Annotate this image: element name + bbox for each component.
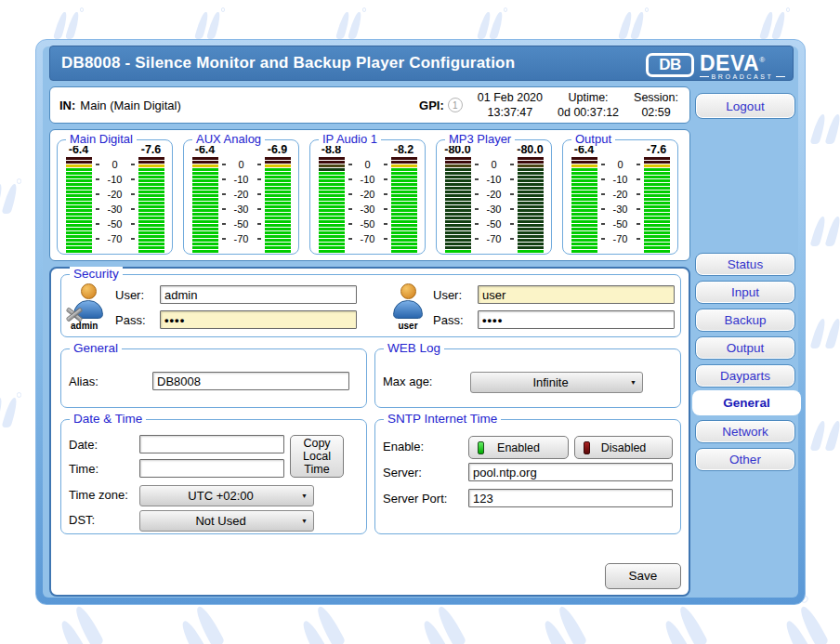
scale-label: -50 bbox=[605, 218, 637, 230]
general-legend: General bbox=[70, 341, 122, 355]
alias-input[interactable] bbox=[152, 372, 349, 390]
scale-label: -20 bbox=[479, 189, 510, 200]
scale-label: -30 bbox=[352, 204, 384, 215]
scale-label: -30 bbox=[99, 204, 131, 215]
scale-label: -70 bbox=[479, 233, 510, 244]
level-bar-left bbox=[319, 157, 345, 253]
logout-button[interactable]: Logout bbox=[695, 93, 795, 119]
sntp-enabled-button[interactable]: Enabled bbox=[468, 436, 569, 459]
level-bar-left bbox=[571, 157, 597, 253]
server-label: Server: bbox=[383, 466, 422, 480]
server-input[interactable] bbox=[468, 463, 673, 481]
input-status: IN: Main (Main Digital) bbox=[59, 99, 181, 112]
user-icon-body bbox=[393, 300, 423, 319]
sidebar-item-other[interactable]: Other bbox=[695, 448, 795, 471]
gpi-label: GPI: bbox=[419, 99, 444, 112]
dst-value: Not Used bbox=[140, 514, 301, 528]
date-input[interactable] bbox=[139, 435, 284, 453]
meter-value-right: -8.2 bbox=[388, 143, 420, 156]
deva-watermark-icon bbox=[475, 6, 508, 39]
meter-scale: 0-10-20-30-50-70 bbox=[95, 157, 136, 253]
level-bar-left bbox=[192, 157, 218, 253]
app-container: DB8008 - Silence Monitor and Backup Play… bbox=[35, 39, 806, 605]
scale-label: -30 bbox=[479, 204, 510, 215]
title-bar: DB8008 - Silence Monitor and Backup Play… bbox=[49, 46, 794, 81]
sidebar-item-network[interactable]: Network bbox=[695, 420, 795, 443]
admin-pass-label: Pass: bbox=[115, 313, 146, 327]
meter-value-right: -7.6 bbox=[641, 143, 673, 156]
user-username-input[interactable] bbox=[478, 285, 675, 304]
meter-group-ip-audio-1: IP Audio 1-8.8-8.20-10-20-30-50-70 bbox=[309, 139, 426, 255]
scale-label: -10 bbox=[99, 174, 131, 185]
deva-brand: DEVA® bbox=[700, 50, 785, 73]
sidebar-item-backup[interactable]: Backup bbox=[695, 309, 795, 332]
deva-watermark-icon bbox=[192, 6, 226, 39]
security-fieldset: Security admin User: Pass: user User: bbox=[60, 274, 681, 337]
level-bar-right bbox=[391, 157, 417, 253]
sntp-disabled-button[interactable]: Disabled bbox=[574, 436, 673, 459]
in-label: IN: bbox=[59, 99, 75, 112]
meter-scale: 0-10-20-30-50-70 bbox=[600, 157, 641, 253]
dst-label: DST: bbox=[69, 513, 95, 527]
time-label: Time: bbox=[69, 462, 98, 476]
user-user-label: User: bbox=[433, 288, 462, 302]
deva-tagline: BROADCAST bbox=[700, 73, 785, 81]
meter-group-aux-analog: AUX Analog-6.4-6.90-10-20-30-50-70 bbox=[183, 139, 299, 255]
level-bar-right bbox=[138, 157, 164, 253]
scale-label: 0 bbox=[605, 159, 637, 170]
scale-label: -20 bbox=[226, 189, 257, 200]
sidebar-item-status[interactable]: Status bbox=[695, 253, 795, 276]
dst-select[interactable]: Not Used ▼ bbox=[139, 510, 314, 532]
sidebar-item-general[interactable]: General bbox=[692, 390, 801, 415]
timezone-label: Time zone: bbox=[69, 488, 128, 502]
admin-user-icon: admin bbox=[69, 283, 108, 326]
disabled-button-label: Disabled bbox=[601, 441, 647, 454]
deva-watermark-icon bbox=[808, 209, 840, 246]
uptime-value: 0d 00:37:12 bbox=[558, 106, 619, 119]
deva-tagline-text: BROADCAST bbox=[712, 73, 774, 81]
level-bar-left bbox=[445, 157, 471, 253]
datetime-display: 01 Feb 2020 13:37:47 bbox=[478, 90, 543, 120]
meter-value-right: -6.9 bbox=[262, 143, 294, 156]
meter-group-main-digital: Main Digital-6.4-7.60-10-20-30-50-70 bbox=[57, 139, 173, 255]
save-button[interactable]: Save bbox=[605, 563, 681, 589]
sidebar-item-dayparts[interactable]: Dayparts bbox=[695, 364, 795, 388]
in-value: Main (Main Digital) bbox=[80, 99, 180, 112]
meter-scale: 0-10-20-30-50-70 bbox=[474, 157, 515, 253]
meter-scale: 0-10-20-30-50-70 bbox=[221, 157, 262, 253]
sidebar-item-output[interactable]: Output bbox=[695, 336, 795, 360]
sidebar-item-input[interactable]: Input bbox=[695, 281, 795, 304]
scale-label: 0 bbox=[226, 159, 257, 170]
max-age-select[interactable]: Infinite ▼ bbox=[470, 372, 643, 393]
scale-label: -50 bbox=[226, 218, 257, 230]
gpi-indicator: 1 bbox=[448, 98, 463, 112]
alias-label: Alias: bbox=[69, 375, 98, 388]
gpi-status: GPI: 1 bbox=[419, 98, 463, 112]
server-port-label: Server Port: bbox=[383, 492, 447, 506]
deva-logo: DB DEVA® BROADCAST bbox=[646, 50, 785, 81]
user-password-input[interactable] bbox=[478, 310, 675, 329]
scale-label: -30 bbox=[226, 204, 257, 215]
copy-local-time-button[interactable]: Copy Local Time bbox=[290, 435, 344, 478]
meter-value-right: -7.6 bbox=[136, 143, 167, 156]
deva-watermark-icon bbox=[808, 414, 840, 451]
admin-password-input[interactable] bbox=[160, 310, 357, 329]
scale-label: 0 bbox=[479, 159, 510, 170]
meter-value-right: -80.0 bbox=[515, 143, 546, 156]
meter-group-title: Main Digital bbox=[66, 132, 137, 146]
general-settings-panel: Security admin User: Pass: user User: bbox=[49, 267, 690, 597]
server-port-input[interactable] bbox=[468, 489, 673, 507]
time-input[interactable] bbox=[139, 459, 284, 478]
deva-watermark-icon bbox=[808, 311, 840, 348]
meters-panel: Main Digital-6.4-7.60-10-20-30-50-70AUX … bbox=[49, 129, 690, 261]
user-icon-head bbox=[400, 283, 416, 299]
timezone-select[interactable]: UTC +02:00 ▼ bbox=[139, 485, 314, 506]
enable-label: Enable: bbox=[383, 440, 424, 453]
scale-label: -70 bbox=[352, 233, 384, 244]
meter-scale: 0-10-20-30-50-70 bbox=[348, 157, 388, 253]
datetime-legend: Date & Time bbox=[70, 412, 146, 426]
deva-watermark-icon bbox=[757, 6, 791, 39]
admin-username-input[interactable] bbox=[160, 285, 357, 304]
enabled-button-label: Enabled bbox=[497, 441, 540, 454]
sntp-legend: SNTP Internet Time bbox=[384, 412, 501, 426]
